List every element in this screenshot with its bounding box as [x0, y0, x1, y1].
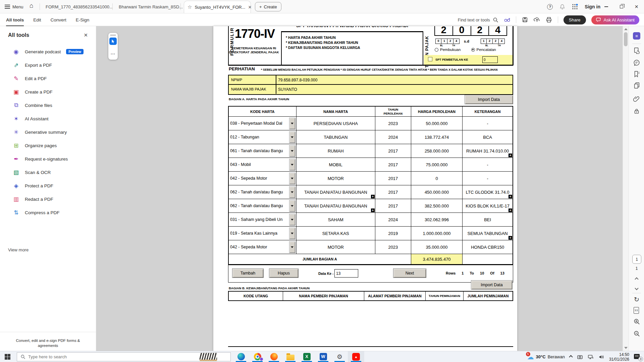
npwp-value-field[interactable]: 79.658.897.8-039.000 [276, 75, 513, 84]
nama-harta-cell[interactable]: TABUNGAN + [297, 130, 375, 144]
keterangan-cell[interactable]: RUMAH 31.74.010.00 + [463, 144, 513, 158]
tray-expand-chevron[interactable] [570, 356, 572, 358]
nama-harta-cell[interactable]: MOTOR + [297, 240, 375, 254]
tahun-perolehan-cell[interactable]: 2017 [375, 172, 411, 185]
minimize-button[interactable] [599, 0, 614, 13]
view-more-link[interactable]: View more [8, 247, 29, 252]
tahun-perolehan-cell[interactable]: 2017 [375, 199, 411, 213]
ask-ai-assistant-button[interactable]: Ask AI Assistant [591, 15, 640, 24]
harga-perolehan-cell[interactable]: 35.000.000 [411, 240, 463, 254]
period-cell[interactable]: 1 [441, 39, 447, 44]
protect-lock-icon[interactable] [633, 108, 640, 115]
period-cell[interactable]: 4 [453, 39, 460, 44]
sidebar-tool-item[interactable]: ▧ Scan & OCR [0, 166, 96, 179]
taskbar-search-box[interactable] [17, 352, 231, 361]
attachment-icon[interactable] [633, 95, 640, 102]
sidebar-tool-item[interactable]: ▣ Create a PDF [0, 85, 96, 99]
year-digit[interactable]: 4 [489, 26, 506, 35]
year-digit[interactable]: 2 [471, 26, 489, 35]
kode-harta-cell[interactable]: 042 - Sepeda Motor [229, 172, 297, 185]
dropdown-arrow-button[interactable] [289, 186, 296, 198]
menu-button[interactable]: Menu [5, 3, 23, 11]
tab-form-1770[interactable]: FORM_1770_483856233541000... [42, 0, 116, 13]
period-cell[interactable]: 1 [481, 39, 487, 44]
nama-harta-cell[interactable]: MOBIL + [297, 158, 375, 171]
sidebar-tool-item[interactable]: ✶ AI Assistant [0, 112, 96, 125]
tab-suyanto-active[interactable]: ☆ Suyanto_HT4VYK_FOR... ✕ [184, 1, 251, 13]
import-data-button-b[interactable]: Import Data [471, 280, 513, 290]
notification-center[interactable]: 3 [634, 354, 641, 360]
zoom-in-icon[interactable] [629, 318, 644, 325]
taskbar-settings[interactable]: ⚙ [331, 351, 348, 362]
sidebar-tool-item[interactable]: ▥ Redact a PDF [0, 192, 96, 206]
harga-perolehan-cell[interactable]: 138.772.474 [411, 130, 463, 144]
tahun-perolehan-cell[interactable]: 2017 [375, 185, 411, 199]
kode-harta-cell[interactable]: 043 - Mobil [229, 158, 297, 171]
period-cell[interactable]: 2 [447, 39, 453, 44]
bell-icon[interactable] [559, 4, 565, 10]
upload-cloud-icon[interactable] [534, 16, 540, 23]
import-data-button-a[interactable]: Import Data [465, 95, 513, 104]
sidebar-tool-item[interactable]: ✒ Request e-signatures [0, 152, 96, 166]
overflow-plus-icon[interactable]: + [371, 208, 375, 212]
select-tool-button[interactable] [109, 38, 117, 45]
kode-harta-cell[interactable]: 042 - Sepeda Motor [229, 240, 297, 254]
harga-perolehan-cell[interactable]: 450.000.000 [411, 185, 463, 199]
next-button[interactable]: Next [393, 268, 426, 278]
kode-harta-cell[interactable]: 062 - Tanah dan/atau Bangu [229, 199, 297, 213]
search-highlight-zebra-image[interactable] [200, 353, 217, 361]
sidebar-tool-item[interactable]: ◈ Protect a PDF [0, 179, 96, 192]
keterangan-cell[interactable]: SEMUA TABUNGAN + [463, 227, 513, 240]
app-grid-icon[interactable] [572, 4, 578, 10]
data-ke-input[interactable] [334, 269, 358, 278]
tab-bharwani[interactable]: Bharwani Tarmin Raskam_8SD... [115, 0, 186, 13]
taskbar-firefox[interactable] [266, 351, 282, 362]
palette-more-button[interactable]: ... [108, 50, 118, 55]
keterangan-cell[interactable]: - + [463, 158, 513, 171]
tahun-perolehan-cell[interactable]: 2019 [375, 227, 411, 240]
sidebar-tool-item[interactable]: ⇅ Compress a PDF [0, 206, 96, 219]
next-page-chevron[interactable] [629, 285, 644, 291]
harga-perolehan-cell[interactable]: 50.000.000 [411, 117, 463, 130]
home-icon[interactable]: ⌂ [30, 2, 33, 9]
harga-perolehan-cell[interactable]: 0 [411, 172, 463, 185]
previous-page-chevron[interactable] [629, 276, 644, 282]
nama-harta-cell[interactable]: MOTOR + [297, 172, 375, 185]
overflow-plus-icon[interactable]: + [508, 154, 512, 157]
star-icon[interactable]: ☆ [187, 4, 192, 10]
taskbar-acrobat-active[interactable]: ▲ [348, 351, 364, 362]
share-button[interactable]: Share [564, 15, 586, 24]
palette-drag-handle[interactable] [110, 35, 116, 36]
taskbar-chrome[interactable] [249, 351, 266, 362]
tahun-perolehan-cell[interactable]: 2023 [375, 240, 411, 254]
ai-glasses-icon[interactable] [504, 16, 511, 23]
dropdown-arrow-button[interactable] [289, 131, 296, 143]
harga-perolehan-cell[interactable]: 258.000.000 [411, 144, 463, 158]
year-digit[interactable]: 0 [453, 26, 471, 35]
tahun-perolehan-cell[interactable]: 2024 [375, 130, 411, 144]
keterangan-cell[interactable]: LTC GLODOK 31.74.0 + [463, 185, 513, 199]
page-fit-icon[interactable]: 1:1 [634, 307, 639, 314]
sidebar-tool-item[interactable]: ◉ Generate podcast Preview [0, 45, 96, 58]
keterangan-cell[interactable]: HONDA CBR150 + [463, 240, 513, 254]
dropdown-arrow-button[interactable] [289, 214, 296, 226]
kode-harta-cell[interactable]: 031 - Saham yang Dibeli Un [229, 213, 297, 226]
kode-harta-cell[interactable]: 061 - Tanah dan/atau Bangu [229, 144, 297, 158]
keterangan-cell[interactable]: - + [463, 172, 513, 185]
sidebar-tool-item[interactable]: ⊞ Organize pages [0, 139, 96, 152]
sidebar-tool-item[interactable]: ✎ Edit a PDF [0, 72, 96, 85]
export-pdf-icon[interactable] [633, 47, 640, 54]
nama-harta-cell[interactable]: SAHAM + [297, 213, 375, 226]
overflow-plus-icon[interactable]: + [508, 195, 512, 198]
menu-edit[interactable]: Edit [33, 13, 41, 26]
sidebar-tool-item[interactable]: ✳ Generative summary [0, 125, 96, 139]
tahun-perolehan-cell[interactable]: 2017 [375, 158, 411, 171]
start-button[interactable] [5, 354, 10, 360]
keterangan-cell[interactable]: BCA + [463, 130, 513, 144]
taskbar-word[interactable]: W [315, 351, 331, 362]
hapus-button[interactable]: Hapus [269, 268, 299, 278]
comment-icon[interactable] [633, 59, 640, 66]
nama-value-field[interactable]: SUYANTO [276, 85, 513, 94]
nama-harta-cell[interactable]: TANAH DAN/ATAU BANGUNAN + [297, 185, 375, 199]
nama-harta-cell[interactable]: TANAH DAN/ATAU BANGUNAN + [297, 199, 375, 213]
